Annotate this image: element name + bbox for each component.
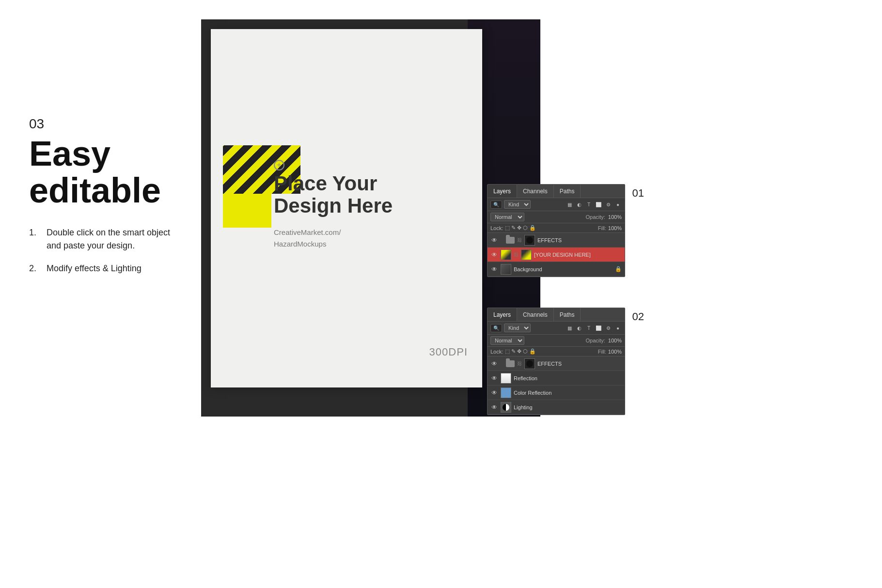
step-number: 03 xyxy=(29,116,184,132)
lock-move-icon: ✥ xyxy=(517,225,521,231)
thumb-lighting xyxy=(501,402,511,413)
kind-dropdown-1[interactable]: Kind xyxy=(504,200,531,209)
adjust-icon-1: ◐ xyxy=(575,201,583,208)
panel-2-tabs: Layers Channels Paths xyxy=(488,308,625,322)
instructions-list: 1. Double click on the smart object and … xyxy=(29,226,184,275)
tab-paths-1[interactable]: Paths xyxy=(554,185,581,198)
eye-icon-design-1[interactable]: 👁 xyxy=(490,251,498,259)
thumb-design-mask-1 xyxy=(521,249,532,260)
panel-2-row2: Normal Opacity: 100% xyxy=(488,335,625,347)
layer-name-effects-1: EFFECTS xyxy=(537,237,622,243)
lock-paint-icon: ✎ xyxy=(511,225,516,231)
fill-label-1: Fill: xyxy=(598,225,606,231)
shape-icon-1: ⬜ xyxy=(595,201,602,208)
thumb-color-reflect xyxy=(501,387,511,398)
dot-icon-2: ● xyxy=(614,324,622,332)
search-box-1: 🔍 xyxy=(490,201,502,209)
layer-effects-2[interactable]: 👁 ⛓ EFFECTS xyxy=(488,356,625,371)
search-icon-2: 🔍 xyxy=(493,325,499,331)
lock-paint-icon-2: ✎ xyxy=(511,348,516,355)
lock-all-icon-2: 🔒 xyxy=(529,348,536,355)
bw-circle-icon xyxy=(503,404,509,411)
lock-artboard-icon: ⬡ xyxy=(523,225,528,231)
lock-transparent-icon-2: ⬚ xyxy=(505,348,510,355)
tab-channels-2[interactable]: Channels xyxy=(517,308,554,321)
fill-label-2: Fill: xyxy=(598,349,606,355)
eye-icon-lighting[interactable]: 👁 xyxy=(490,403,498,411)
text-icon-2: T xyxy=(585,324,593,332)
panel-2-row3: Lock: ⬚ ✎ ✥ ⬡ 🔒 Fill: 100% xyxy=(488,347,625,356)
layer-name-reflection: Reflection xyxy=(514,375,622,381)
panel-1-tabs: Layers Channels Paths xyxy=(488,185,625,198)
folder-icon-effects-2 xyxy=(506,360,515,367)
pixel-icon-1: ▦ xyxy=(566,201,573,208)
lock-icons-1: ⬚ ✎ ✥ ⬡ 🔒 xyxy=(505,225,536,231)
layer-effects-1[interactable]: 👁 ⛓ EFFECTS xyxy=(488,233,625,248)
layer-name-lighting: Lighting xyxy=(514,404,622,410)
layers-panel-2: 02 Layers Channels Paths 🔍 Kind ▦ ◐ T ⬜ … xyxy=(487,308,625,415)
watermark-text: CreativeMarket.com/ HazardMockups xyxy=(274,227,393,250)
eye-icon-effects-2[interactable]: 👁 xyxy=(490,360,498,368)
layer-name-design-1: [YOUR DESIGN HERE] xyxy=(534,252,622,258)
tab-layers-1[interactable]: Layers xyxy=(488,185,517,198)
tab-layers-2[interactable]: Layers xyxy=(488,308,517,321)
lock-label-2: Lock: xyxy=(490,349,503,355)
opacity-label-2: Opacity: xyxy=(586,338,605,343)
eye-icon-effects-1[interactable]: 👁 xyxy=(490,236,498,244)
toolbar-icons-1: ▦ ◐ T ⬜ ⚙ ● xyxy=(566,201,622,208)
layer-design-1[interactable]: 👁 ⛓ [YOUR DESIGN HERE] xyxy=(488,248,625,262)
lock-transparent-icon: ⬚ xyxy=(505,225,510,231)
adjust-icon-2: ◐ xyxy=(575,324,583,332)
opacity-value-1: 100% xyxy=(608,214,622,220)
layer-lighting[interactable]: 👁 Lighting xyxy=(488,400,625,415)
blend-mode-2[interactable]: Normal xyxy=(490,336,524,345)
thumb-reflection xyxy=(501,373,511,384)
lock-icons-2: ⬚ ✎ ✥ ⬡ 🔒 xyxy=(505,348,536,355)
instruction-text-1: Double click on the smart object and pas… xyxy=(47,226,184,252)
eye-icon-reflection[interactable]: 👁 xyxy=(490,374,498,382)
layer-color-reflection[interactable]: 👁 Color Reflection xyxy=(488,386,625,400)
thumb-effects-1 xyxy=(524,235,535,246)
chain-effects-2: ⛓ xyxy=(517,360,522,368)
pixel-icon-2: ▦ xyxy=(566,324,573,332)
panel-1-row3: Lock: ⬚ ✎ ✥ ⬡ 🔒 Fill: 100% xyxy=(488,223,625,233)
eye-icon-color-reflect[interactable]: 👁 xyxy=(490,389,498,397)
eye-icon-bg-1[interactable]: 👁 xyxy=(490,265,498,273)
fill-value-2: 100% xyxy=(608,349,622,355)
panel-2-toolbar: 🔍 Kind ▦ ◐ T ⬜ ⚙ ● xyxy=(488,322,625,335)
kind-dropdown-2[interactable]: Kind xyxy=(504,324,531,332)
chain-design-1: ⛓ xyxy=(514,251,519,259)
opacity-label-1: Opacity: xyxy=(586,214,605,220)
folder-icon-effects-1 xyxy=(506,237,515,244)
layer-background-1[interactable]: 👁 Background 🔒 xyxy=(488,262,625,277)
panel-1-toolbar: 🔍 Kind ▦ ◐ T ⬜ ⚙ ● xyxy=(488,198,625,211)
instruction-num-2: 2. xyxy=(29,262,41,275)
blend-mode-1[interactable]: Normal xyxy=(490,213,524,221)
dpi-label: 300DPI xyxy=(429,346,468,358)
layer-name-effects-2: EFFECTS xyxy=(537,361,622,367)
lock-bg-1: 🔒 xyxy=(615,266,622,272)
toolbar-icons-2: ▦ ◐ T ⬜ ⚙ ● xyxy=(566,324,622,332)
thumb-design-1 xyxy=(501,249,511,260)
thumb-bg-1 xyxy=(501,264,511,275)
design-title: Place Your Design Here xyxy=(274,172,393,217)
main-heading: Easy editable xyxy=(29,136,184,209)
tab-channels-1[interactable]: Channels xyxy=(517,185,554,198)
design-text-area: Place Your Design Here CreativeMarket.co… xyxy=(274,160,393,250)
instruction-item-2: 2. Modify effects & Lighting xyxy=(29,262,184,275)
lock-move-icon-2: ✥ xyxy=(517,348,521,355)
panel-1-number: 01 xyxy=(632,187,644,200)
smart-icon-1: ⚙ xyxy=(604,201,612,208)
lock-all-icon: 🔒 xyxy=(529,225,536,231)
layer-name-color-reflect: Color Reflection xyxy=(514,390,622,396)
tab-paths-2[interactable]: Paths xyxy=(554,308,581,321)
instruction-item-1: 1. Double click on the smart object and … xyxy=(29,226,184,252)
search-box-2: 🔍 xyxy=(490,324,502,332)
dot-icon-1: ● xyxy=(614,201,622,208)
lock-artboard-icon-2: ⬡ xyxy=(523,348,528,355)
layer-reflection[interactable]: 👁 Reflection xyxy=(488,371,625,386)
left-panel: 03 Easy editable 1. Double click on the … xyxy=(29,116,184,285)
fill-value-1: 100% xyxy=(608,225,622,231)
instruction-num-1: 1. xyxy=(29,226,41,252)
smart-icon-2: ⚙ xyxy=(604,324,612,332)
